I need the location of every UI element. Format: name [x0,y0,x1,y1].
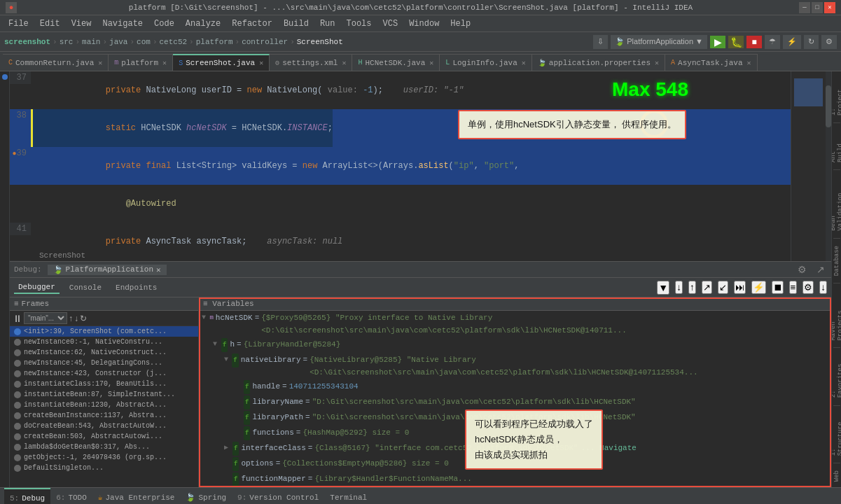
menu-refactor[interactable]: Refactor [226,18,278,30]
settings-button[interactable]: ⚙ [821,35,837,49]
debug-action-7[interactable]: ⚡ [751,281,766,294]
menu-view[interactable]: View [66,18,97,30]
tab-structure[interactable]: 1: Structure [831,407,841,461]
frames-up-button[interactable]: ↑ [69,314,73,323]
file-tab-logininfo-java[interactable]: LLoginInfo.java✕ [440,54,531,71]
breadcrumb-src[interactable]: src [60,38,74,46]
bottom-tab-version-control[interactable]: 9: Version Control [232,488,324,505]
menu-code[interactable]: Code [148,18,180,30]
file-tab-close[interactable]: ✕ [98,59,102,67]
maximize-button[interactable]: □ [812,2,823,13]
editor-scrollbar[interactable] [826,71,831,261]
breadcrumb-java[interactable]: java [109,38,127,46]
frame-item[interactable]: newInstance:423, Constructor (j... [10,368,198,379]
file-tab-close[interactable]: ✕ [747,59,751,67]
debug-settings-button[interactable]: ⚙ [795,264,809,275]
frame-item[interactable]: instantiateBean:1230, AbstractA... [10,400,198,410]
tab-web[interactable]: Web [832,465,842,487]
file-tab-screenshot-java[interactable]: SScreenShot.java✕ [173,54,270,71]
frame-item[interactable]: newInstance:62, NativeConstruct... [10,347,198,358]
debug-action-4[interactable]: ↗ [702,281,712,294]
editor-scrollbar-thumb[interactable] [826,85,831,127]
debug-minimize[interactable]: ↓ [819,281,827,294]
frame-item[interactable]: lambda$doGetBean$0:317, Abs... [10,442,198,452]
var-expand-toggle[interactable]: ▼ [202,312,208,324]
breadcrumb-controller[interactable]: controller [242,38,288,46]
debug-app-config[interactable]: 🍃 PlatformApplication ✕ [48,265,167,275]
tab-bean-validation[interactable]: Bean Validation [831,172,841,237]
menu-vcs[interactable]: VCS [377,18,404,30]
stop-button[interactable]: ■ [746,36,762,48]
file-tab-close[interactable]: ✕ [259,59,263,67]
var-expand-toggle[interactable]: ▼ [213,338,220,351]
frame-item[interactable]: doCreateBean:543, AbstractAutoW... [10,421,198,431]
frame-item[interactable]: DefaultSingleton... [10,463,198,473]
variable-item[interactable]: ▼fh={LibraryHandler@5284} [199,337,831,353]
frame-item[interactable]: instantiateBean:87, SimpleInstant... [10,389,198,400]
run-config-selector[interactable]: 🍃 PlatformApplication ▼ [611,35,707,49]
var-expand-toggle[interactable]: ▶ [224,442,231,454]
frame-item[interactable]: newInstance0:-1, NativeConstru... [10,337,198,347]
breadcrumb-main[interactable]: main [82,38,100,46]
frames-pause-button[interactable]: ⏸ [13,313,22,324]
tab-ant-build[interactable]: Ant Build [831,125,841,168]
vcs-update-button[interactable]: ⇩ [593,35,608,49]
frame-item[interactable]: createBean:503, AbstractAutowi... [10,431,198,442]
thread-selector[interactable]: "main"... [24,312,67,324]
run-button[interactable]: ▶ [710,36,725,48]
coverage-button[interactable]: ☂ [765,35,780,49]
file-tab-asynctask-java[interactable]: AAsyncTask.java✕ [665,54,757,71]
menu-build[interactable]: Build [278,18,314,30]
file-tab-hcnetsdk-java[interactable]: HHCNetSDK.java✕ [352,54,440,71]
tab-project[interactable]: 1: Project [831,74,841,121]
close-button[interactable]: ✕ [824,2,835,13]
variable-item[interactable]: ffunctionMapper={Library$Handler$Functio… [199,472,831,487]
bottom-tab-java-enterprise[interactable]: ☕ Java Enterprise [92,488,181,505]
menu-edit[interactable]: Edit [34,18,66,30]
breadcrumb-cetc52[interactable]: cetc52 [160,38,188,46]
frame-item[interactable]: <init>:39, ScreenShot (com.cetc... [10,326,198,337]
file-tab-commonreturn-java[interactable]: CCommonReturn.java✕ [3,54,109,71]
breadcrumb-platform[interactable]: platform [196,38,233,46]
debug-action-2[interactable]: ↓ [675,281,683,294]
file-tab-application-properties[interactable]: 🍃application.properties✕ [532,54,665,71]
frame-item[interactable]: getObject:-1, 264978436 (org.sp... [10,452,198,463]
file-tab-close[interactable]: ✕ [162,59,167,67]
debug-action-1[interactable]: ▼ [657,281,669,295]
menu-navigate[interactable]: Navigate [97,18,148,30]
reload-button[interactable]: ↻ [804,35,819,49]
bottom-tab-todo[interactable]: 6: TODO [50,488,92,505]
bottom-tab-spring[interactable]: 🍃 Spring [180,488,232,505]
breadcrumb-screenshot-class[interactable]: ScreenShot [297,38,343,46]
tab-debugger[interactable]: Debugger [14,281,60,294]
frame-item[interactable]: newInstance:45, DelegatingCons... [10,358,198,368]
breadcrumb-com[interactable]: com [137,38,151,46]
frame-item[interactable]: createBeanInstance:1137, Abstra... [10,410,198,421]
frame-item[interactable]: instantiateClass:170, BeanUtils... [10,379,198,389]
var-expand-toggle[interactable]: ▼ [224,354,230,366]
debug-close-button[interactable]: ↗ [814,264,827,275]
menu-window[interactable]: Window [403,18,445,30]
profile-button[interactable]: ⚡ [783,35,801,49]
debug-action-6[interactable]: ⏭ [734,281,746,294]
menu-file[interactable]: File [3,18,34,30]
frames-down-button[interactable]: ↓ [74,314,78,323]
debug-action-3[interactable]: ↑ [688,281,696,294]
tab-2-favorites[interactable]: 2: Favorites [831,349,841,403]
debug-action-5[interactable]: ↙ [718,281,728,294]
menu-help[interactable]: Help [445,18,476,30]
variable-item[interactable]: flibraryName="D:\Git\screenshot\src\main… [199,395,831,410]
menu-tools[interactable]: Tools [341,18,377,30]
menu-run[interactable]: Run [314,18,341,30]
frames-restore-button[interactable]: ↻ [80,314,87,323]
breadcrumb-screenshot[interactable]: screenshot [4,38,50,46]
file-tab-settings-xml[interactable]: ⚙settings.xml✕ [270,54,352,71]
file-tab-close[interactable]: ✕ [522,59,526,67]
debug-button[interactable]: 🐛 [728,36,744,48]
variable-item[interactable]: ▼fnativeLibrary={NativeLibrary@5285} "Na… [199,353,831,379]
menu-analyze[interactable]: Analyze [180,18,226,30]
file-tab-platform[interactable]: mplatform✕ [109,54,173,71]
debug-evaluate-button[interactable]: ≡ [789,281,798,294]
variable-item[interactable]: ▼mhcNetSDK={$Proxy59@5265} "Proxy interf… [199,311,831,337]
variable-item[interactable]: fhandle=140711255343104 [199,379,831,395]
